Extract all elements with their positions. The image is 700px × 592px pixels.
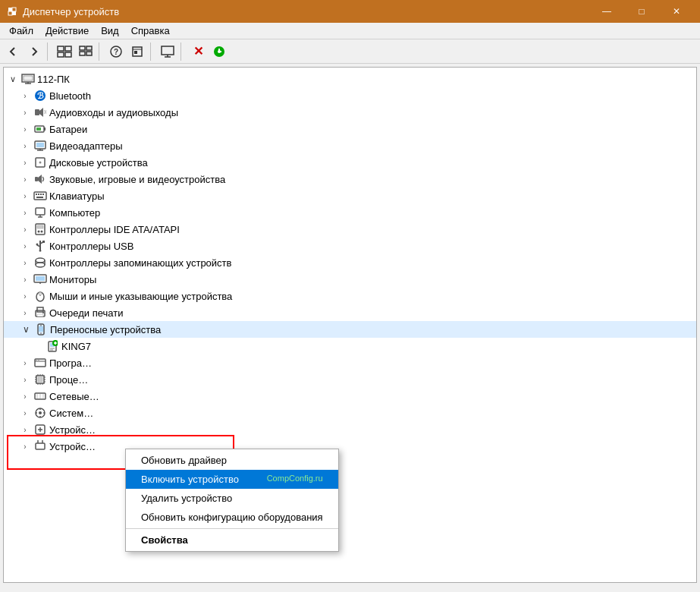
- monitors-label: Мониторы: [49, 274, 96, 285]
- tree-item-king7[interactable]: KING7: [4, 338, 696, 354]
- menu-file[interactable]: Файл: [3, 24, 39, 38]
- dev1-label: Устройс…: [49, 424, 96, 436]
- svg-marker-43: [38, 175, 42, 184]
- root-label: 112-ПК: [37, 74, 70, 85]
- svg-point-78: [40, 332, 42, 334]
- keyboard-label: Клавиатуры: [49, 191, 105, 202]
- tree-item-keyboard[interactable]: › Клавиатуры: [4, 187, 696, 204]
- svg-rect-118: [36, 443, 45, 449]
- toolbar-help[interactable]: ?: [106, 43, 126, 61]
- dev2-expand: ›: [19, 440, 31, 452]
- storage-expand: ›: [19, 257, 31, 269]
- tree-item-dev2[interactable]: › Устройс…: [4, 438, 696, 455]
- tree-item-programs[interactable]: › Програ…: [4, 354, 696, 371]
- toolbar-sep-3: [150, 43, 155, 61]
- video-expand: ›: [19, 140, 31, 152]
- tree-item-audio[interactable]: › )) Аудиовходы и аудиовыходы: [4, 104, 696, 121]
- svg-rect-36: [36, 143, 44, 147]
- tree-item-system[interactable]: › Систем…: [4, 405, 696, 421]
- svg-rect-45: [36, 194, 37, 195]
- tree-item-processors[interactable]: › Проце…: [4, 371, 696, 388]
- tree-item-portable[interactable]: ∨ Переносные устройства: [4, 321, 696, 338]
- tree-item-bluetooth[interactable]: › ℬ Bluetooth: [4, 87, 696, 104]
- svg-text:ℬ: ℬ: [37, 91, 44, 100]
- toolbar-show-all[interactable]: [55, 43, 74, 61]
- programs-icon: [33, 356, 47, 370]
- tree-item-monitors[interactable]: › Мониторы: [4, 271, 696, 288]
- tree-item-disk[interactable]: › Дисковые устройства: [4, 154, 696, 171]
- app-icon: [6, 5, 18, 17]
- svg-rect-47: [40, 194, 42, 195]
- svg-rect-17: [134, 51, 137, 54]
- ctx-update-config[interactable]: Обновить конфигурацию оборудования: [126, 508, 338, 527]
- toolbar-forward[interactable]: [24, 43, 44, 61]
- processors-expand: ›: [19, 373, 31, 386]
- close-button[interactable]: ✕: [659, 0, 694, 23]
- print-icon: [33, 306, 47, 320]
- keyboard-icon: [33, 189, 47, 203]
- print-label: Очереди печати: [49, 307, 124, 319]
- device-tree: ∨ 112-ПК › ℬ Bluetooth: [4, 68, 696, 582]
- menu-help[interactable]: Справка: [125, 24, 176, 38]
- svg-point-55: [38, 231, 40, 233]
- keyboard-expand: ›: [19, 190, 31, 202]
- dev2-label: Устройс…: [49, 441, 96, 452]
- window-controls: — □ ✕: [589, 0, 694, 23]
- svg-rect-74: [37, 314, 43, 316]
- tree-item-computer[interactable]: › Компьютер: [4, 204, 696, 221]
- maximize-button[interactable]: □: [624, 0, 659, 23]
- svg-rect-9: [80, 46, 85, 50]
- svg-point-90: [38, 360, 39, 361]
- monitors-icon: [33, 272, 47, 286]
- disk-icon: [33, 156, 47, 169]
- ctx-remove-device[interactable]: Удалить устройство: [126, 489, 338, 508]
- minimize-button[interactable]: —: [589, 0, 624, 23]
- toolbar-monitor[interactable]: [158, 43, 177, 61]
- toolbar-properties[interactable]: [127, 43, 147, 61]
- svg-rect-1: [8, 8, 12, 11]
- tree-item-print[interactable]: › Очереди печати: [4, 304, 696, 321]
- toolbar-sep-1: [47, 43, 52, 61]
- sound-label: Звуковые, игровые и видеоустройства: [49, 174, 225, 185]
- svg-rect-18: [162, 46, 174, 55]
- tree-item-video[interactable]: › Видеоадаптеры: [4, 137, 696, 154]
- tree-item-sound[interactable]: › Звуковые, игровые и видеоустройства: [4, 171, 696, 187]
- bluetooth-expand: ›: [19, 90, 31, 102]
- tree-item-dev1[interactable]: › Устройс…: [4, 421, 696, 438]
- usb-expand: ›: [19, 240, 31, 252]
- menu-view[interactable]: Вид: [95, 24, 125, 38]
- svg-rect-44: [34, 192, 46, 200]
- svg-rect-54: [37, 225, 43, 228]
- svg-rect-29: [35, 109, 39, 115]
- portable-label: Переносные устройства: [50, 324, 161, 335]
- ctx-update-driver[interactable]: Обновить драйвер: [126, 451, 338, 470]
- dev1-expand: ›: [19, 424, 31, 436]
- audio-label: Аудиовходы и аудиовыходы: [49, 107, 178, 118]
- toolbar-back[interactable]: [3, 43, 23, 61]
- root-icon: [21, 72, 35, 86]
- mouse-label: Мыши и иные указывающие устройства: [49, 291, 232, 302]
- menu-action[interactable]: Действие: [39, 24, 95, 38]
- audio-expand: ›: [19, 106, 31, 118]
- tree-root[interactable]: ∨ 112-ПК: [4, 71, 696, 87]
- tree-item-ide[interactable]: › Контроллеры IDE ATA/ATAPI: [4, 221, 696, 238]
- tree-item-battery[interactable]: › Батареи: [4, 121, 696, 137]
- ctx-properties[interactable]: Свойства: [126, 531, 338, 549]
- toolbar-disable[interactable]: ✕: [188, 43, 208, 61]
- svg-rect-50: [36, 208, 45, 215]
- tree-item-usb[interactable]: › Контроллеры USB: [4, 238, 696, 254]
- sound-expand: ›: [19, 173, 31, 185]
- portable-icon: [34, 323, 48, 336]
- svg-point-110: [39, 411, 42, 414]
- toolbar-update[interactable]: [209, 43, 229, 61]
- tree-item-mouse[interactable]: › Мыши и иные указывающие устройства: [4, 288, 696, 304]
- ctx-enable-device[interactable]: Включить устройство CompConfig.ru: [126, 470, 338, 489]
- print-expand: ›: [19, 307, 31, 319]
- tree-item-storage[interactable]: › Контроллеры запоминающих устройств: [4, 254, 696, 271]
- system-icon: [33, 406, 47, 420]
- tree-item-network[interactable]: › Сетевые…: [4, 388, 696, 405]
- toolbar-show-hidden[interactable]: [76, 43, 96, 61]
- svg-rect-48: [42, 194, 44, 195]
- toolbar-sep-2: [99, 43, 103, 61]
- ide-label: Контроллеры IDE ATA/ATAPI: [49, 224, 180, 235]
